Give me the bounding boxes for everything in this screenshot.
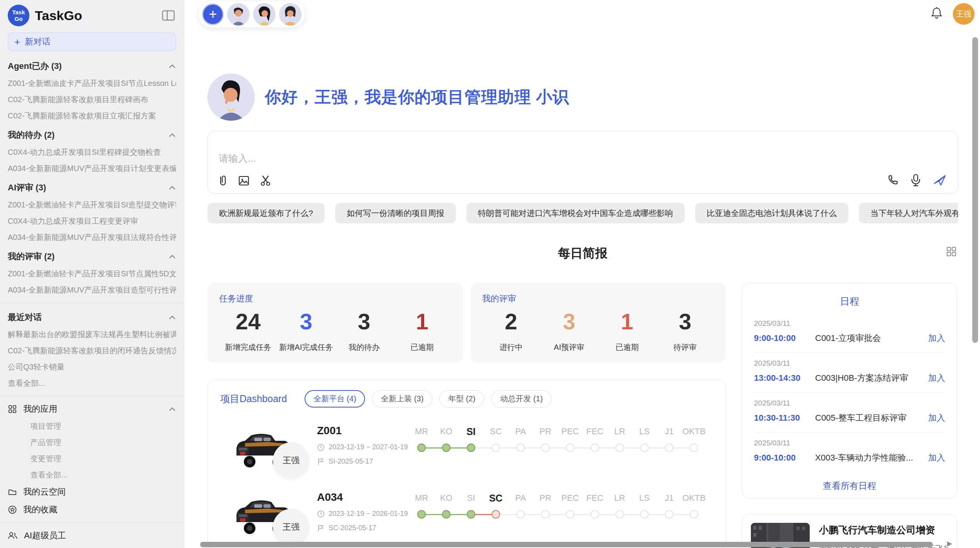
join-meeting-link[interactable]: 加入 — [928, 332, 945, 344]
milestone-dot-todo — [615, 444, 624, 452]
sidebar-item[interactable]: C02-飞腾新能源轻客改款项目立项汇报方案 — [8, 108, 176, 124]
section-label: Agent已办 (3) — [8, 60, 62, 72]
sidebar-item-favorites[interactable]: 我的收藏 — [0, 501, 184, 519]
suggestion-chip[interactable]: 比亚迪全固态电池计划具体说了什么 — [695, 203, 848, 223]
milestone-dot-todo — [690, 444, 698, 452]
recent-chat-item[interactable]: 解释最新出台的欧盟报废车法规再生塑料比例被调至15%... — [8, 326, 176, 342]
project-info: A034 2023-12-19 ~ 2026-01-19 SC-2025-05-… — [317, 491, 406, 532]
sidebar-collapse-icon[interactable] — [161, 8, 176, 23]
sidebar-item[interactable]: A034-全新新能源MUV产品开发项目计划变更表编写 — [8, 160, 176, 176]
suggestion-chip[interactable]: 当下年轻人对汽车外观有怎样的喜好趋势 — [859, 203, 958, 223]
horizontal-scrollbar[interactable] — [200, 542, 933, 547]
app-link-product-mgmt[interactable]: 产品管理 — [0, 434, 184, 450]
milestone-label: PR — [533, 425, 558, 438]
paperclip-icon[interactable] — [217, 175, 228, 187]
schedule-date: 2025/03/11 — [754, 319, 945, 328]
schedule-item: 2025/03/11 10:30-11:30 C005-整车工程目标评审 加入 — [754, 393, 945, 433]
microphone-icon[interactable] — [910, 174, 921, 187]
section-header[interactable]: Agent已办 (3) — [8, 57, 176, 75]
sidebar-item[interactable]: C02-飞腾新能源轻客改款项目里程碑画布 — [8, 91, 176, 108]
milestone-label: FEC — [583, 491, 607, 505]
milestone-label: FEC — [583, 425, 607, 438]
join-meeting-link[interactable]: 加入 — [928, 412, 945, 424]
suggestion-chip[interactable]: 特朗普可能对进口汽车增税会对中国车企造成哪些影响 — [466, 203, 685, 223]
stat-label: 已逾期 — [598, 342, 656, 353]
join-meeting-link[interactable]: 加入 — [928, 452, 945, 464]
my-apps-label: 我的应用 — [23, 403, 162, 415]
sidebar-item[interactable]: A034-全新新能源MUV产品开发项目法规符合性评审 — [8, 229, 176, 245]
new-chat-button[interactable]: + 新对话 — [8, 33, 176, 51]
sidebar-item[interactable]: C0X4-动力总成开发项目工程变更评审 — [8, 213, 176, 229]
suggestion-chip[interactable]: 欧洲新规最近颁布了什么? — [207, 203, 325, 223]
recent-view-all[interactable]: 查看全部... — [8, 375, 176, 391]
section-header[interactable]: 最近对话 — [8, 308, 176, 326]
scroll-right-arrow[interactable]: ▶ — [947, 539, 952, 548]
sidebar-item-cloud-space[interactable]: 我的云空间 — [0, 483, 184, 501]
stat-new-done-tasks: 24 新增完成任务 — [219, 308, 277, 353]
section-label: 我的评审 (2) — [8, 251, 55, 262]
composer-attachments — [217, 175, 272, 187]
view-all-schedule-link[interactable]: 查看所有日程 — [754, 480, 945, 492]
session-switcher: + — [199, 1, 305, 27]
vertical-scrollbar[interactable] — [972, 37, 978, 343]
milestone-label: MR — [409, 425, 434, 438]
recent-chat-item[interactable]: C02-飞腾新能源轻客改款项目的闭环通告反馈情况 — [8, 342, 176, 359]
stat-label: 待评审 — [656, 342, 714, 353]
milestone-dot-done — [442, 510, 451, 519]
session-avatar-1[interactable] — [227, 3, 250, 26]
user-avatar[interactable]: 王强 — [953, 3, 975, 25]
section-header[interactable]: 我的评审 (2) — [8, 248, 176, 265]
app-logo: Task Go — [8, 5, 29, 26]
sidebar-item[interactable]: C0X4-动力总成开发项目SI里程碑提交物检查 — [8, 144, 176, 160]
milestone-dot-todo — [665, 444, 673, 452]
image-icon[interactable] — [238, 175, 250, 187]
sidebar-item[interactable]: Z001-全新燃油皮卡产品开发项目SI节点Lesson Learn报告 — [8, 75, 176, 91]
my-review-title: 我的评审 — [482, 293, 714, 305]
composer-actions — [886, 174, 947, 187]
briefing-stat-cards: 任务进度 24 新增完成任务 3 新增AI完成任务 — [207, 283, 726, 363]
milestone-label: PEC — [558, 425, 583, 438]
session-avatar-3[interactable] — [279, 3, 302, 26]
section-header[interactable]: AI评审 (3) — [8, 179, 176, 197]
sidebar-item[interactable]: A034-全新新能源MUV产品开发项目造型可行性评审 — [8, 282, 176, 298]
sidebar-item-my-apps[interactable]: 我的应用 — [0, 400, 184, 418]
tab-all-new-platform[interactable]: 全新平台 (4) — [305, 390, 365, 408]
app-link-change-mgmt[interactable]: 变更管理 — [0, 450, 184, 467]
suggestion-chip[interactable]: 如何写一份清晰的项目周报 — [335, 203, 456, 223]
sidebar-item-ai-super-staff[interactable]: AI超级员工 — [0, 527, 184, 545]
phone-icon[interactable] — [886, 174, 899, 187]
apps-view-all[interactable]: 查看全部... — [0, 467, 184, 483]
sidebar: Task Go TaskGo + 新对话 Agent已办 (3) Z001-全新… — [0, 0, 184, 548]
clock-icon — [317, 444, 325, 451]
app-link-project-mgmt[interactable]: 项目管理 — [0, 418, 184, 434]
recent-chat-item[interactable]: 公司Q3轻卡销量 — [8, 359, 176, 375]
section-header[interactable]: 我的待办 (2) — [8, 126, 176, 144]
logo-line1: Task — [12, 9, 25, 15]
send-icon[interactable] — [933, 174, 947, 187]
milestone-label: PR — [533, 491, 558, 505]
chat-input[interactable] — [219, 153, 841, 164]
cloud-space-label: 我的云空间 — [23, 486, 176, 498]
sidebar-item[interactable]: Z001-全新燃油轻卡产品开发项目SI造型提交物评审 — [8, 197, 176, 213]
stat-in-progress: 2 进行中 — [482, 308, 540, 353]
tab-new-bodywork[interactable]: 全新上装 (3) — [372, 390, 432, 408]
project-row[interactable]: 王强 A034 2023-12-19 ~ 2026-01-19 — [220, 491, 713, 542]
sidebar-item-help-write[interactable]: 帮我写作 — [0, 545, 184, 548]
project-row[interactable]: 王强 Z001 2023-12-19 ~ 2027-01-19 — [220, 425, 713, 476]
add-session-button[interactable]: + — [202, 3, 224, 25]
sidebar-item[interactable]: Z001-全新燃油轻卡产品开发项目SI节点属性5D文件评审 — [8, 265, 176, 282]
project-dates: 2023-12-19 ~ 2026-01-19 — [317, 510, 406, 518]
tab-model-year[interactable]: 年型 (2) — [439, 390, 484, 408]
scissors-icon[interactable] — [260, 175, 272, 187]
join-meeting-link[interactable]: 加入 — [928, 372, 945, 384]
milestone-dot-todo — [640, 444, 649, 452]
tab-powertrain-dev[interactable]: 动总开发 (1) — [491, 390, 552, 408]
milestone-dot-done — [417, 510, 426, 519]
milestone-label: PEC — [558, 491, 583, 505]
dashboard-title: 项目Dashboard — [220, 392, 287, 405]
session-avatar-2[interactable] — [253, 3, 276, 26]
milestone-dot-done — [467, 510, 475, 519]
notification-bell-icon[interactable] — [930, 7, 943, 21]
layout-grid-icon[interactable] — [946, 246, 957, 259]
milestone-dot-todo — [541, 444, 550, 452]
